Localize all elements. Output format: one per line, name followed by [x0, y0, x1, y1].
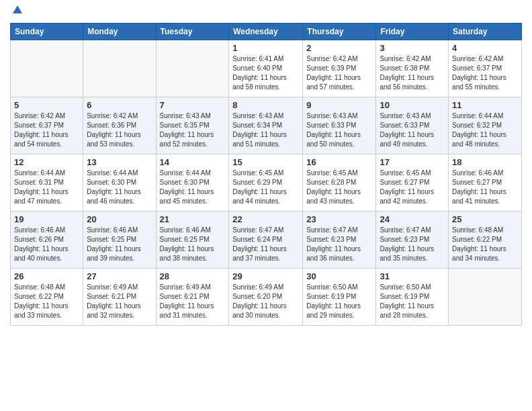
- calendar-day-cell: 6Sunrise: 6:42 AM Sunset: 6:36 PM Daylig…: [83, 97, 156, 154]
- day-number: 1: [232, 43, 299, 53]
- calendar-day-cell: 20Sunrise: 6:46 AM Sunset: 6:25 PM Dayli…: [83, 212, 156, 269]
- calendar-day-cell: 3Sunrise: 6:42 AM Sunset: 6:38 PM Daylig…: [376, 40, 449, 97]
- day-info: Sunrise: 6:42 AM Sunset: 6:37 PM Dayligh…: [14, 111, 79, 149]
- calendar-table: SundayMondayTuesdayWednesdayThursdayFrid…: [10, 23, 522, 326]
- day-number: 12: [14, 157, 79, 167]
- day-info: Sunrise: 6:49 AM Sunset: 6:21 PM Dayligh…: [87, 283, 152, 320]
- calendar-day-cell: 2Sunrise: 6:42 AM Sunset: 6:39 PM Daylig…: [303, 40, 376, 97]
- calendar-day-cell: 28Sunrise: 6:49 AM Sunset: 6:21 PM Dayli…: [156, 269, 229, 326]
- day-info: Sunrise: 6:44 AM Sunset: 6:31 PM Dayligh…: [14, 169, 79, 206]
- day-info: Sunrise: 6:50 AM Sunset: 6:19 PM Dayligh…: [306, 283, 372, 320]
- calendar-day-cell: 21Sunrise: 6:46 AM Sunset: 6:25 PM Dayli…: [156, 212, 229, 269]
- calendar-day-cell: 15Sunrise: 6:45 AM Sunset: 6:29 PM Dayli…: [229, 154, 303, 212]
- calendar-week-row: 12Sunrise: 6:44 AM Sunset: 6:31 PM Dayli…: [11, 154, 522, 212]
- day-number: 3: [380, 43, 445, 53]
- calendar-day-cell: 5Sunrise: 6:42 AM Sunset: 6:37 PM Daylig…: [11, 97, 83, 154]
- day-number: 2: [306, 43, 372, 53]
- weekday-header-saturday: Saturday: [449, 24, 522, 40]
- calendar-day-cell: 8Sunrise: 6:43 AM Sunset: 6:34 PM Daylig…: [229, 97, 303, 154]
- weekday-header-wednesday: Wednesday: [229, 24, 303, 40]
- calendar-day-cell: 11Sunrise: 6:44 AM Sunset: 6:32 PM Dayli…: [449, 97, 522, 154]
- day-number: 22: [232, 214, 299, 224]
- day-info: Sunrise: 6:46 AM Sunset: 6:27 PM Dayligh…: [452, 169, 518, 206]
- day-number: 9: [306, 100, 372, 110]
- logo: [10, 7, 24, 16]
- calendar-week-row: 26Sunrise: 6:48 AM Sunset: 6:22 PM Dayli…: [11, 269, 522, 326]
- calendar-day-cell: [449, 269, 522, 326]
- calendar-week-row: 1Sunrise: 6:41 AM Sunset: 6:40 PM Daylig…: [11, 40, 522, 97]
- weekday-header-row: SundayMondayTuesdayWednesdayThursdayFrid…: [11, 24, 522, 40]
- day-info: Sunrise: 6:42 AM Sunset: 6:37 PM Dayligh…: [452, 54, 518, 92]
- calendar-day-cell: 13Sunrise: 6:44 AM Sunset: 6:30 PM Dayli…: [83, 154, 156, 212]
- calendar-day-cell: [83, 40, 156, 97]
- day-info: Sunrise: 6:42 AM Sunset: 6:39 PM Dayligh…: [306, 54, 372, 92]
- calendar-day-cell: 27Sunrise: 6:49 AM Sunset: 6:21 PM Dayli…: [83, 269, 156, 326]
- calendar-day-cell: 18Sunrise: 6:46 AM Sunset: 6:27 PM Dayli…: [449, 154, 522, 212]
- weekday-header-thursday: Thursday: [303, 24, 376, 40]
- calendar-day-cell: 26Sunrise: 6:48 AM Sunset: 6:22 PM Dayli…: [11, 269, 83, 326]
- calendar-day-cell: 16Sunrise: 6:45 AM Sunset: 6:28 PM Dayli…: [303, 154, 376, 212]
- weekday-header-sunday: Sunday: [11, 24, 83, 40]
- day-info: Sunrise: 6:44 AM Sunset: 6:30 PM Dayligh…: [160, 169, 226, 206]
- day-info: Sunrise: 6:49 AM Sunset: 6:20 PM Dayligh…: [232, 283, 299, 320]
- calendar-day-cell: 12Sunrise: 6:44 AM Sunset: 6:31 PM Dayli…: [11, 154, 83, 212]
- calendar-day-cell: 24Sunrise: 6:47 AM Sunset: 6:23 PM Dayli…: [376, 212, 449, 269]
- day-number: 24: [380, 214, 445, 224]
- day-info: Sunrise: 6:42 AM Sunset: 6:36 PM Dayligh…: [87, 111, 152, 149]
- calendar-day-cell: 19Sunrise: 6:46 AM Sunset: 6:26 PM Dayli…: [11, 212, 83, 269]
- day-info: Sunrise: 6:47 AM Sunset: 6:23 PM Dayligh…: [380, 226, 445, 263]
- day-info: Sunrise: 6:43 AM Sunset: 6:35 PM Dayligh…: [160, 111, 226, 149]
- calendar-day-cell: 29Sunrise: 6:49 AM Sunset: 6:20 PM Dayli…: [229, 269, 303, 326]
- calendar-day-cell: 9Sunrise: 6:43 AM Sunset: 6:33 PM Daylig…: [303, 97, 376, 154]
- day-info: Sunrise: 6:46 AM Sunset: 6:25 PM Dayligh…: [87, 226, 152, 263]
- day-number: 13: [87, 157, 152, 167]
- day-info: Sunrise: 6:45 AM Sunset: 6:28 PM Dayligh…: [306, 169, 372, 206]
- day-number: 16: [306, 157, 372, 167]
- day-info: Sunrise: 6:49 AM Sunset: 6:21 PM Dayligh…: [160, 283, 226, 320]
- calendar-day-cell: [11, 40, 83, 97]
- day-info: Sunrise: 6:43 AM Sunset: 6:33 PM Dayligh…: [380, 111, 445, 149]
- calendar-day-cell: 25Sunrise: 6:48 AM Sunset: 6:22 PM Dayli…: [449, 212, 522, 269]
- day-info: Sunrise: 6:44 AM Sunset: 6:32 PM Dayligh…: [452, 111, 518, 149]
- calendar-day-cell: [156, 40, 229, 97]
- calendar-day-cell: 17Sunrise: 6:45 AM Sunset: 6:27 PM Dayli…: [376, 154, 449, 212]
- calendar-day-cell: 1Sunrise: 6:41 AM Sunset: 6:40 PM Daylig…: [229, 40, 303, 97]
- day-info: Sunrise: 6:48 AM Sunset: 6:22 PM Dayligh…: [452, 226, 518, 263]
- day-number: 19: [14, 214, 79, 224]
- page-container: SundayMondayTuesdayWednesdayThursdayFrid…: [0, 0, 532, 332]
- day-number: 30: [306, 271, 372, 281]
- calendar-day-cell: 23Sunrise: 6:47 AM Sunset: 6:23 PM Dayli…: [303, 212, 376, 269]
- day-number: 6: [87, 100, 152, 110]
- calendar-week-row: 5Sunrise: 6:42 AM Sunset: 6:37 PM Daylig…: [11, 97, 522, 154]
- calendar-day-cell: 4Sunrise: 6:42 AM Sunset: 6:37 PM Daylig…: [449, 40, 522, 97]
- day-number: 8: [232, 100, 299, 110]
- svg-marker-0: [13, 5, 22, 13]
- calendar-day-cell: 14Sunrise: 6:44 AM Sunset: 6:30 PM Dayli…: [156, 154, 229, 212]
- logo-icon: [11, 4, 24, 16]
- day-number: 29: [232, 271, 299, 281]
- day-number: 7: [160, 100, 226, 110]
- day-info: Sunrise: 6:42 AM Sunset: 6:38 PM Dayligh…: [380, 54, 445, 92]
- day-info: Sunrise: 6:47 AM Sunset: 6:24 PM Dayligh…: [232, 226, 299, 263]
- day-info: Sunrise: 6:47 AM Sunset: 6:23 PM Dayligh…: [306, 226, 372, 263]
- day-number: 25: [452, 214, 518, 224]
- calendar-day-cell: 22Sunrise: 6:47 AM Sunset: 6:24 PM Dayli…: [229, 212, 303, 269]
- day-info: Sunrise: 6:50 AM Sunset: 6:19 PM Dayligh…: [380, 283, 445, 320]
- day-number: 17: [380, 157, 445, 167]
- weekday-header-tuesday: Tuesday: [156, 24, 229, 40]
- weekday-header-friday: Friday: [376, 24, 449, 40]
- day-info: Sunrise: 6:43 AM Sunset: 6:33 PM Dayligh…: [306, 111, 372, 149]
- day-number: 20: [87, 214, 152, 224]
- day-info: Sunrise: 6:46 AM Sunset: 6:25 PM Dayligh…: [160, 226, 226, 263]
- calendar-week-row: 19Sunrise: 6:46 AM Sunset: 6:26 PM Dayli…: [11, 212, 522, 269]
- day-number: 31: [380, 271, 445, 281]
- day-number: 11: [452, 100, 518, 110]
- day-number: 27: [87, 271, 152, 281]
- day-info: Sunrise: 6:43 AM Sunset: 6:34 PM Dayligh…: [232, 111, 299, 149]
- day-number: 21: [160, 214, 226, 224]
- weekday-header-monday: Monday: [83, 24, 156, 40]
- day-info: Sunrise: 6:48 AM Sunset: 6:22 PM Dayligh…: [14, 283, 79, 320]
- calendar-day-cell: 30Sunrise: 6:50 AM Sunset: 6:19 PM Dayli…: [303, 269, 376, 326]
- calendar-day-cell: 31Sunrise: 6:50 AM Sunset: 6:19 PM Dayli…: [376, 269, 449, 326]
- day-number: 23: [306, 214, 372, 224]
